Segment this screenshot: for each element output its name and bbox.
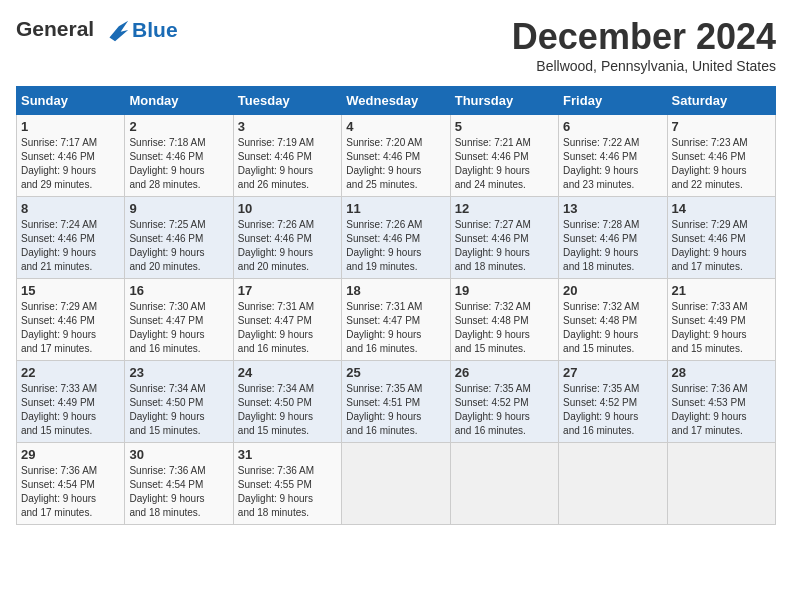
weekday-header-saturday: Saturday — [667, 87, 775, 115]
day-info: Sunrise: 7:36 AM Sunset: 4:54 PM Dayligh… — [129, 464, 228, 520]
day-number: 13 — [563, 201, 662, 216]
calendar-cell: 16 Sunrise: 7:30 AM Sunset: 4:47 PM Dayl… — [125, 279, 233, 361]
day-number: 30 — [129, 447, 228, 462]
day-info: Sunrise: 7:33 AM Sunset: 4:49 PM Dayligh… — [21, 382, 120, 438]
weekday-header-thursday: Thursday — [450, 87, 558, 115]
logo: General Blue — [16, 16, 178, 44]
day-info: Sunrise: 7:29 AM Sunset: 4:46 PM Dayligh… — [21, 300, 120, 356]
calendar-cell: 19 Sunrise: 7:32 AM Sunset: 4:48 PM Dayl… — [450, 279, 558, 361]
logo-text: General — [16, 16, 130, 44]
calendar-cell: 15 Sunrise: 7:29 AM Sunset: 4:46 PM Dayl… — [17, 279, 125, 361]
calendar-cell: 6 Sunrise: 7:22 AM Sunset: 4:46 PM Dayli… — [559, 115, 667, 197]
calendar-table: SundayMondayTuesdayWednesdayThursdayFrid… — [16, 86, 776, 525]
day-number: 15 — [21, 283, 120, 298]
day-info: Sunrise: 7:34 AM Sunset: 4:50 PM Dayligh… — [238, 382, 337, 438]
calendar-cell: 14 Sunrise: 7:29 AM Sunset: 4:46 PM Dayl… — [667, 197, 775, 279]
location-text: Bellwood, Pennsylvania, United States — [512, 58, 776, 74]
day-info: Sunrise: 7:32 AM Sunset: 4:48 PM Dayligh… — [563, 300, 662, 356]
day-info: Sunrise: 7:31 AM Sunset: 4:47 PM Dayligh… — [346, 300, 445, 356]
weekday-header-row: SundayMondayTuesdayWednesdayThursdayFrid… — [17, 87, 776, 115]
weekday-header-wednesday: Wednesday — [342, 87, 450, 115]
calendar-cell: 31 Sunrise: 7:36 AM Sunset: 4:55 PM Dayl… — [233, 443, 341, 525]
day-info: Sunrise: 7:36 AM Sunset: 4:53 PM Dayligh… — [672, 382, 771, 438]
weekday-header-monday: Monday — [125, 87, 233, 115]
day-number: 26 — [455, 365, 554, 380]
month-title: December 2024 — [512, 16, 776, 58]
calendar-cell — [667, 443, 775, 525]
calendar-cell: 1 Sunrise: 7:17 AM Sunset: 4:46 PM Dayli… — [17, 115, 125, 197]
svg-marker-0 — [110, 21, 129, 42]
weekday-header-friday: Friday — [559, 87, 667, 115]
day-info: Sunrise: 7:36 AM Sunset: 4:55 PM Dayligh… — [238, 464, 337, 520]
calendar-cell: 3 Sunrise: 7:19 AM Sunset: 4:46 PM Dayli… — [233, 115, 341, 197]
day-number: 23 — [129, 365, 228, 380]
logo-bird-icon — [102, 16, 130, 44]
day-number: 12 — [455, 201, 554, 216]
day-info: Sunrise: 7:23 AM Sunset: 4:46 PM Dayligh… — [672, 136, 771, 192]
day-number: 5 — [455, 119, 554, 134]
page-header: General Blue December 2024 Bellwood, Pen… — [16, 16, 776, 74]
calendar-cell: 23 Sunrise: 7:34 AM Sunset: 4:50 PM Dayl… — [125, 361, 233, 443]
week-row-3: 15 Sunrise: 7:29 AM Sunset: 4:46 PM Dayl… — [17, 279, 776, 361]
day-info: Sunrise: 7:32 AM Sunset: 4:48 PM Dayligh… — [455, 300, 554, 356]
day-info: Sunrise: 7:25 AM Sunset: 4:46 PM Dayligh… — [129, 218, 228, 274]
week-row-1: 1 Sunrise: 7:17 AM Sunset: 4:46 PM Dayli… — [17, 115, 776, 197]
week-row-4: 22 Sunrise: 7:33 AM Sunset: 4:49 PM Dayl… — [17, 361, 776, 443]
day-info: Sunrise: 7:17 AM Sunset: 4:46 PM Dayligh… — [21, 136, 120, 192]
day-number: 6 — [563, 119, 662, 134]
day-info: Sunrise: 7:33 AM Sunset: 4:49 PM Dayligh… — [672, 300, 771, 356]
day-number: 19 — [455, 283, 554, 298]
day-info: Sunrise: 7:26 AM Sunset: 4:46 PM Dayligh… — [346, 218, 445, 274]
day-number: 21 — [672, 283, 771, 298]
logo-general: General — [16, 17, 94, 40]
day-number: 20 — [563, 283, 662, 298]
day-number: 14 — [672, 201, 771, 216]
day-info: Sunrise: 7:24 AM Sunset: 4:46 PM Dayligh… — [21, 218, 120, 274]
day-info: Sunrise: 7:21 AM Sunset: 4:46 PM Dayligh… — [455, 136, 554, 192]
title-block: December 2024 Bellwood, Pennsylvania, Un… — [512, 16, 776, 74]
day-info: Sunrise: 7:29 AM Sunset: 4:46 PM Dayligh… — [672, 218, 771, 274]
day-number: 1 — [21, 119, 120, 134]
week-row-2: 8 Sunrise: 7:24 AM Sunset: 4:46 PM Dayli… — [17, 197, 776, 279]
calendar-cell: 28 Sunrise: 7:36 AM Sunset: 4:53 PM Dayl… — [667, 361, 775, 443]
calendar-cell: 27 Sunrise: 7:35 AM Sunset: 4:52 PM Dayl… — [559, 361, 667, 443]
calendar-cell: 11 Sunrise: 7:26 AM Sunset: 4:46 PM Dayl… — [342, 197, 450, 279]
calendar-cell: 13 Sunrise: 7:28 AM Sunset: 4:46 PM Dayl… — [559, 197, 667, 279]
calendar-cell: 21 Sunrise: 7:33 AM Sunset: 4:49 PM Dayl… — [667, 279, 775, 361]
day-number: 4 — [346, 119, 445, 134]
day-number: 9 — [129, 201, 228, 216]
day-number: 28 — [672, 365, 771, 380]
day-number: 27 — [563, 365, 662, 380]
day-info: Sunrise: 7:31 AM Sunset: 4:47 PM Dayligh… — [238, 300, 337, 356]
day-info: Sunrise: 7:18 AM Sunset: 4:46 PM Dayligh… — [129, 136, 228, 192]
calendar-cell: 17 Sunrise: 7:31 AM Sunset: 4:47 PM Dayl… — [233, 279, 341, 361]
calendar-cell: 25 Sunrise: 7:35 AM Sunset: 4:51 PM Dayl… — [342, 361, 450, 443]
calendar-cell: 8 Sunrise: 7:24 AM Sunset: 4:46 PM Dayli… — [17, 197, 125, 279]
day-number: 2 — [129, 119, 228, 134]
day-number: 17 — [238, 283, 337, 298]
calendar-cell: 9 Sunrise: 7:25 AM Sunset: 4:46 PM Dayli… — [125, 197, 233, 279]
day-number: 25 — [346, 365, 445, 380]
calendar-cell: 22 Sunrise: 7:33 AM Sunset: 4:49 PM Dayl… — [17, 361, 125, 443]
day-info: Sunrise: 7:26 AM Sunset: 4:46 PM Dayligh… — [238, 218, 337, 274]
calendar-cell — [342, 443, 450, 525]
logo-blue: Blue — [132, 18, 178, 42]
day-info: Sunrise: 7:19 AM Sunset: 4:46 PM Dayligh… — [238, 136, 337, 192]
calendar-cell — [559, 443, 667, 525]
calendar-cell — [450, 443, 558, 525]
calendar-cell: 12 Sunrise: 7:27 AM Sunset: 4:46 PM Dayl… — [450, 197, 558, 279]
day-info: Sunrise: 7:36 AM Sunset: 4:54 PM Dayligh… — [21, 464, 120, 520]
calendar-cell: 20 Sunrise: 7:32 AM Sunset: 4:48 PM Dayl… — [559, 279, 667, 361]
weekday-header-tuesday: Tuesday — [233, 87, 341, 115]
day-number: 11 — [346, 201, 445, 216]
calendar-cell: 30 Sunrise: 7:36 AM Sunset: 4:54 PM Dayl… — [125, 443, 233, 525]
calendar-cell: 2 Sunrise: 7:18 AM Sunset: 4:46 PM Dayli… — [125, 115, 233, 197]
day-info: Sunrise: 7:27 AM Sunset: 4:46 PM Dayligh… — [455, 218, 554, 274]
calendar-cell: 29 Sunrise: 7:36 AM Sunset: 4:54 PM Dayl… — [17, 443, 125, 525]
day-number: 29 — [21, 447, 120, 462]
day-number: 16 — [129, 283, 228, 298]
day-number: 10 — [238, 201, 337, 216]
day-number: 24 — [238, 365, 337, 380]
day-number: 8 — [21, 201, 120, 216]
calendar-cell: 26 Sunrise: 7:35 AM Sunset: 4:52 PM Dayl… — [450, 361, 558, 443]
